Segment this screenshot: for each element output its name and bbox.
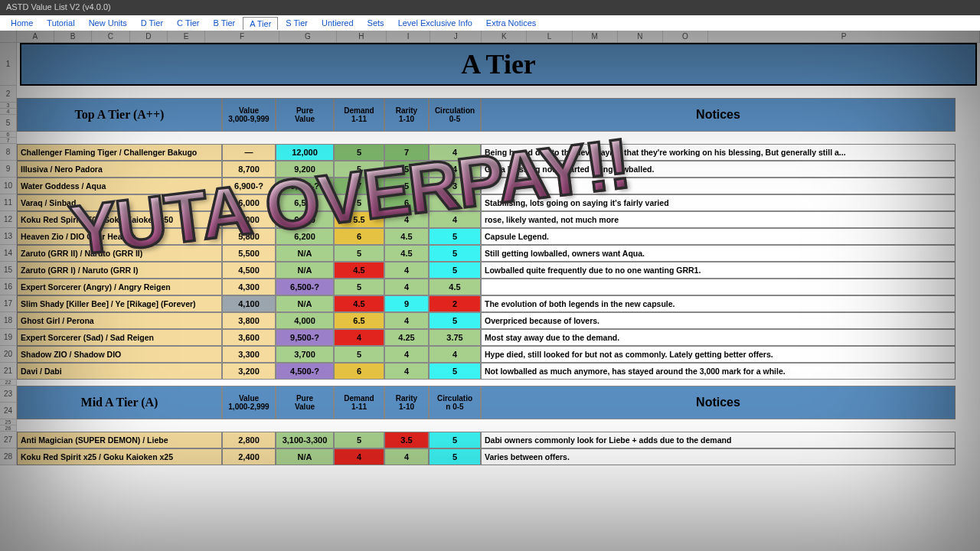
sheet-tabs: HomeTutorialNew UnitsD TierC TierB TierA… (0, 15, 980, 31)
table-row: Koku Red Spirit x25 / Goku Kaioken x252,… (17, 448, 980, 465)
section-header: Mid A Tier (A)Value1,000-2,999PureValueD… (17, 386, 980, 419)
table-row: Davi / Dabi3,2004,500-?645Not lowballed … (17, 363, 980, 380)
tab-new-units[interactable]: New Units (83, 17, 133, 29)
tab-d-tier[interactable]: D Tier (135, 17, 169, 29)
table-row: Slim Shady [Killer Bee] / Ye [Rikage] (F… (17, 295, 980, 312)
tab-c-tier[interactable]: C Tier (171, 17, 205, 29)
tab-home[interactable]: Home (5, 17, 39, 29)
table-row: Expert Sorcerer (Sad) / Sad Reigen3,6009… (17, 329, 980, 346)
section-header: Top A Tier (A++)Value3,000-9,999PureValu… (17, 98, 980, 132)
tab-tutorial[interactable]: Tutorial (41, 17, 80, 29)
tier-banner: A Tier (20, 43, 977, 86)
table-row: Anti Magician (SUPER DEMON) / Liebe2,800… (17, 432, 980, 448)
table-row: Zaruto (GRR I) / Naruto (GRR I)4,500N/A4… (17, 262, 980, 279)
column-headers: ABCDEFGHIJKLMNOP (0, 31, 980, 43)
tab-untiered[interactable]: Untiered (315, 17, 360, 29)
tab-b-tier[interactable]: B Tier (207, 17, 241, 29)
tab-level-exclusive-info[interactable]: Level Exclusive Info (392, 17, 479, 29)
tab-extra-notices[interactable]: Extra Notices (480, 17, 542, 29)
window-title: ASTD Value List V2 (v4.0.0) (0, 0, 980, 15)
tab-s-tier[interactable]: S Tier (279, 17, 314, 29)
table-row: Ghost Girl / Perona3,8004,0006.545Overpr… (17, 312, 980, 329)
row-gutter: 1234567891011121314151617181920212223242… (0, 43, 17, 465)
tab-a-tier[interactable]: A Tier (243, 17, 278, 30)
table-row: Shadow ZIO / Shadow DIO3,3003,700544Hype… (17, 346, 980, 363)
table-row: Expert Sorcerer (Angry) / Angry Reigen4,… (17, 279, 980, 295)
tab-sets[interactable]: Sets (361, 17, 390, 29)
